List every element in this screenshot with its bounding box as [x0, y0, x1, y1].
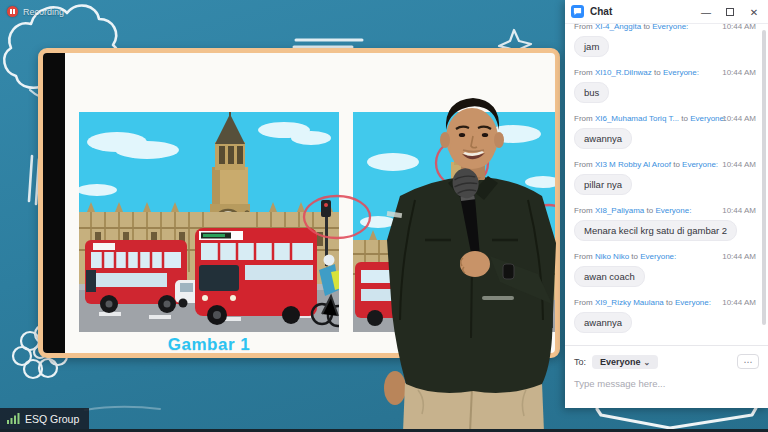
red-bus-right — [195, 228, 317, 325]
chat-footer: To: Everyone⌄ ⋯ Type message here... — [565, 345, 768, 408]
chat-message: From XI6_Muhamad Toriq T... to Everyone:… — [574, 113, 758, 149]
chat-from-word: From — [574, 114, 595, 123]
chat-timestamp: 10:44 AM — [722, 205, 756, 216]
chat-timestamp: 10:44 AM — [722, 24, 756, 32]
more-options-button[interactable]: ⋯ — [737, 354, 759, 369]
chat-bubble: pillar nya — [574, 174, 632, 195]
recording-label: Recording — [23, 7, 64, 17]
chat-message-meta: From XI3 M Robby Al Aroof to Everyone: 1… — [574, 159, 758, 170]
chat-from-word: From — [574, 68, 595, 77]
chat-timestamp: 10:44 AM — [722, 67, 756, 78]
chat-recipient: Everyone: — [640, 252, 676, 261]
slide-photo-gambar-1 — [79, 112, 339, 332]
chat-sender: XI6_Muhamad Toriq T... — [595, 114, 679, 123]
chat-sender: XI3 M Robby Al Aroof — [595, 160, 671, 169]
chat-from-word: From — [574, 298, 595, 307]
chat-to-word: to — [641, 24, 652, 31]
chat-recipient: Everyone: — [682, 160, 718, 169]
chat-message-meta: From XI-4_Anggita to Everyone: 10:44 AM — [574, 24, 758, 32]
chat-to-word: to — [629, 252, 640, 261]
chat-from-word: From — [574, 206, 595, 215]
speed-lines-doodle — [294, 40, 362, 47]
chat-recipient: Everyone: — [690, 114, 726, 123]
chat-message-meta: From XI10_R.Dilnwaz to Everyone: 10:44 A… — [574, 67, 758, 78]
chat-sender: XI9_Rizky Maulana — [595, 298, 664, 307]
chat-from-word: From — [574, 160, 595, 169]
chevron-doodle — [597, 408, 756, 428]
signal-bars-icon — [7, 413, 20, 424]
chat-header: Chat — ✕ — [565, 0, 768, 24]
chat-bubble: awan coach — [574, 266, 645, 287]
chat-sender: XI-4_Anggita — [595, 24, 641, 31]
recipient-dropdown[interactable]: Everyone⌄ — [592, 355, 658, 369]
chat-window-title: Chat — [590, 6, 612, 17]
chat-bubble: Menara kecil krg satu di gambar 2 — [574, 220, 737, 241]
chat-message: From XI3 M Robby Al Aroof to Everyone: 1… — [574, 159, 758, 195]
chat-message-list[interactable]: From XI-4_Anggita to Everyone: 10:44 AM … — [565, 24, 762, 345]
chat-from-word: From — [574, 252, 595, 261]
chat-to-word: to — [679, 114, 690, 123]
chat-to-word: to — [664, 298, 675, 307]
meeting-screen: Recording — [0, 0, 768, 432]
chat-scrollbar[interactable] — [762, 30, 766, 325]
chat-app-icon — [571, 5, 584, 18]
close-icon[interactable]: ✕ — [742, 0, 766, 24]
chat-recipient: Everyone: — [675, 298, 711, 307]
chat-sender: XI10_R.Dilnwaz — [595, 68, 652, 77]
chat-bubble: awannya — [574, 312, 632, 333]
message-input[interactable]: Type message here... — [574, 378, 759, 389]
chat-bubble: jam — [574, 36, 609, 57]
chat-message: From XI-4_Anggita to Everyone: 10:44 AM … — [574, 24, 758, 57]
chat-bubble: awannya — [574, 128, 632, 149]
recipient-value: Everyone — [600, 357, 641, 367]
maximize-icon[interactable] — [718, 0, 742, 24]
recording-indicator[interactable]: Recording — [7, 6, 64, 17]
chat-message-meta: From XI9_Rizky Maulana to Everyone: 10:4… — [574, 297, 758, 308]
chat-recipient: Everyone: — [652, 24, 688, 31]
chat-panel: Chat — ✕ From XI-4_Anggita to Everyone: … — [565, 0, 768, 408]
presenter — [370, 88, 570, 432]
wave-doodle — [85, 407, 160, 410]
chat-sender: XI8_Paliyama — [595, 206, 644, 215]
chat-message: From XI8_Paliyama to Everyone: 10:44 AM … — [574, 205, 758, 241]
chat-timestamp: 10:44 AM — [722, 251, 756, 262]
chat-message-meta: From XI6_Muhamad Toriq T... to Everyone:… — [574, 113, 758, 124]
chat-to-word: to — [644, 206, 655, 215]
to-label: To: — [574, 357, 586, 367]
chat-recipient: Everyone: — [663, 68, 699, 77]
chat-message-meta: From XI8_Paliyama to Everyone: 10:44 AM — [574, 205, 758, 216]
chat-message: From XI10_R.Dilnwaz to Everyone: 10:44 A… — [574, 67, 758, 103]
chat-bubble: bus — [574, 82, 609, 103]
chat-message: From XI9_Rizky Maulana to Everyone: 10:4… — [574, 297, 758, 333]
participant-name: ESQ Group — [25, 413, 79, 425]
chat-timestamp: 10:44 AM — [722, 159, 756, 170]
chat-recipient: Everyone: — [655, 206, 691, 215]
chat-message: From Niko Niko to Everyone: 10:44 AM awa… — [574, 251, 758, 287]
red-bus-left — [85, 240, 187, 313]
chat-timestamp: 10:44 AM — [722, 113, 756, 124]
chevron-down-icon: ⌄ — [644, 358, 651, 367]
slide-edge-bar — [43, 53, 65, 353]
participant-name-badge: ESQ Group — [0, 408, 89, 429]
chat-from-word: From — [574, 24, 595, 31]
chat-timestamp: 10:44 AM — [722, 297, 756, 308]
slide-caption-gambar-1: Gambar 1 — [79, 335, 339, 355]
chat-to-word: to — [671, 160, 682, 169]
chat-sender: Niko Niko — [595, 252, 629, 261]
record-icon — [7, 6, 18, 17]
minimize-icon[interactable]: — — [694, 0, 718, 24]
chat-to-word: to — [652, 68, 663, 77]
chat-message-meta: From Niko Niko to Everyone: 10:44 AM — [574, 251, 758, 262]
